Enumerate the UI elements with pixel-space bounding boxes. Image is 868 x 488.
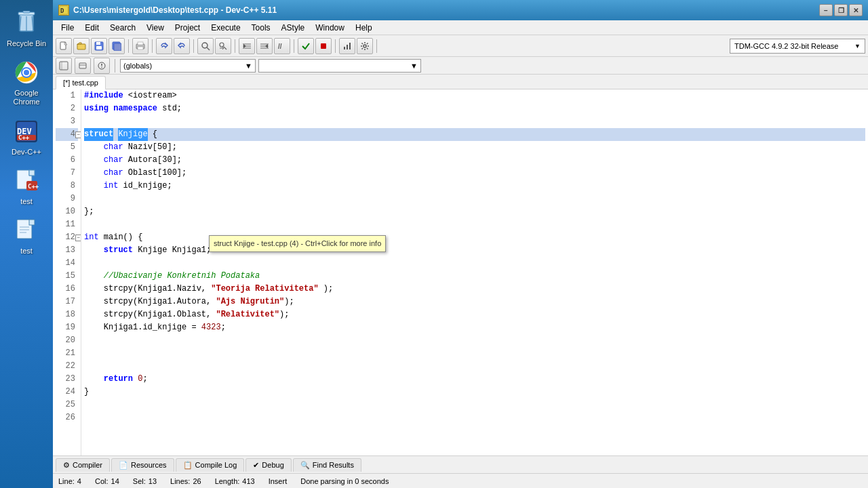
status-sel: Sel: 13 <box>133 477 157 485</box>
desktop-sidebar: Recycle Bin Google Chrome DEV C++ <box>0 0 53 488</box>
scope-right-dropdown[interactable]: ▼ <box>258 59 421 73</box>
code-area[interactable]: #include <iostream> using namespace std;… <box>81 89 868 455</box>
collapse-12[interactable]: − <box>75 235 81 241</box>
google-chrome-label: Google Chrome <box>5 89 47 106</box>
code-line-23: return 0; <box>84 373 865 386</box>
menu-project[interactable]: Project <box>170 22 205 34</box>
test-cpp-icon[interactable]: C++ test <box>3 163 50 210</box>
tab-find-results[interactable]: 🔍 Find Results <box>293 458 361 472</box>
redo-btn[interactable] <box>174 38 190 54</box>
close-button[interactable]: ✕ <box>849 4 863 16</box>
main-toolbar: // TDM-GCC 4.9.2 32-bit Release ▼ <box>53 35 868 57</box>
project-tree-btn[interactable] <box>56 58 72 74</box>
separator-7 <box>376 39 377 53</box>
settings-btn[interactable] <box>357 38 373 54</box>
code-line-25 <box>84 399 865 411</box>
compiler-dropdown-arrow: ▼ <box>854 43 861 49</box>
test-file-icon[interactable]: test <box>3 213 50 260</box>
replace-btn[interactable] <box>215 38 231 54</box>
separator-6 <box>335 39 336 53</box>
code-line-10: }; <box>84 205 865 218</box>
save-all-btn[interactable] <box>108 38 125 54</box>
print-btn[interactable] <box>132 38 149 54</box>
menu-tools[interactable]: Tools <box>246 22 276 34</box>
compile-log-icon: 📋 <box>183 461 193 470</box>
tab-compile-log[interactable]: 📋 Compile Log <box>176 458 245 472</box>
status-lines: Lines: 26 <box>170 477 201 485</box>
svg-rect-34 <box>138 42 143 45</box>
collapse-4[interactable]: − <box>75 131 81 138</box>
toggle-comment-btn[interactable]: // <box>274 38 290 54</box>
new-file-btn[interactable] <box>56 38 72 54</box>
code-line-17: strcpy(Knjiga1.Autora, "Ajs Nigrutin"); <box>84 296 865 308</box>
line-num-5: 5 <box>56 141 78 154</box>
app-icon: D <box>58 5 69 16</box>
menu-window[interactable]: Window <box>310 22 350 34</box>
recycle-bin-label: Recycle Bin <box>7 39 46 48</box>
line-num-18: 18 <box>56 308 78 321</box>
minimize-button[interactable]: − <box>819 4 833 16</box>
recycle-bin-icon[interactable]: Recycle Bin <box>3 5 50 52</box>
svg-rect-20 <box>29 220 35 225</box>
undo-btn[interactable] <box>156 38 172 54</box>
save-btn[interactable] <box>91 38 107 54</box>
svg-rect-55 <box>79 63 86 68</box>
code-editor: 1 2 3 4− 5 6 7 8 9 10 11 12− 13 14 15 16… <box>53 89 868 455</box>
menu-view[interactable]: View <box>141 22 170 34</box>
menu-execute[interactable]: Execute <box>205 22 245 34</box>
col-label: Col: <box>95 477 108 485</box>
dev-cpp-main-icon[interactable]: DEV C++ Dev-C++ <box>3 114 50 161</box>
svg-rect-53 <box>60 62 68 70</box>
separator-1 <box>128 39 129 53</box>
indent-btn[interactable] <box>239 38 255 54</box>
line-num-26: 26 <box>56 411 78 424</box>
menu-edit[interactable]: Edit <box>79 22 104 34</box>
compile-check-btn[interactable] <box>298 38 314 54</box>
tab-compiler[interactable]: ⚙ Compiler <box>56 458 110 472</box>
line-num-11: 11 <box>56 218 78 231</box>
separator-4 <box>235 39 235 53</box>
tab-resources[interactable]: 📄 Resources <box>111 458 174 472</box>
chart-btn[interactable] <box>339 38 355 54</box>
open-file-btn[interactable] <box>73 38 90 54</box>
line-num-17: 17 <box>56 296 78 308</box>
line-num-10: 10 <box>56 205 78 218</box>
compiler-selector[interactable]: TDM-GCC 4.9.2 32-bit Release ▼ <box>730 39 865 54</box>
resources-tab-icon: 📄 <box>119 461 128 470</box>
tab-test-cpp[interactable]: [*] test.cpp <box>56 76 106 89</box>
second-toolbar: (globals) ▼ ▼ <box>53 57 868 75</box>
class-btn[interactable] <box>75 58 91 74</box>
menu-search[interactable]: Search <box>104 22 141 34</box>
menu-help[interactable]: Help <box>350 22 378 34</box>
line-value: 4 <box>77 477 81 485</box>
tab-debug[interactable]: ✔ Debug <box>245 458 291 472</box>
svg-text:C++: C++ <box>18 134 30 141</box>
line-label: Line: <box>58 477 75 485</box>
line-num-7: 7 <box>56 167 78 180</box>
code-line-11 <box>84 218 865 231</box>
scope-left-dropdown[interactable]: (globals) ▼ <box>120 59 256 73</box>
debug-panel-btn[interactable] <box>94 58 110 74</box>
menu-file[interactable]: File <box>56 22 79 34</box>
line-num-6: 6 <box>56 154 78 167</box>
code-line-26 <box>84 411 865 424</box>
code-line-16: strcpy(Knjiga1.Naziv, "Teorija Relativit… <box>84 283 865 296</box>
stop-compile-btn[interactable] <box>315 38 332 54</box>
find-btn[interactable] <box>197 38 214 54</box>
svg-line-37 <box>207 47 210 50</box>
lines-value: 26 <box>193 477 201 485</box>
google-chrome-icon[interactable]: Google Chrome <box>3 55 50 110</box>
svg-text://: // <box>278 43 282 50</box>
restore-button[interactable]: ❐ <box>834 4 848 16</box>
code-line-5: char Naziv[50]; <box>84 141 865 154</box>
scope-left-value: (globals) <box>123 62 152 70</box>
status-length: Length: 413 <box>215 477 255 485</box>
debug-tab-label: Debug <box>262 461 283 469</box>
code-line-21 <box>84 347 865 360</box>
menu-astyle[interactable]: AStyle <box>276 22 311 34</box>
unindent-btn[interactable] <box>256 38 273 54</box>
find-results-label: Find Results <box>313 461 354 469</box>
scope-left-arrow: ▼ <box>245 62 252 70</box>
second-sep-1 <box>115 59 115 73</box>
status-col: Col: 14 <box>95 477 119 485</box>
